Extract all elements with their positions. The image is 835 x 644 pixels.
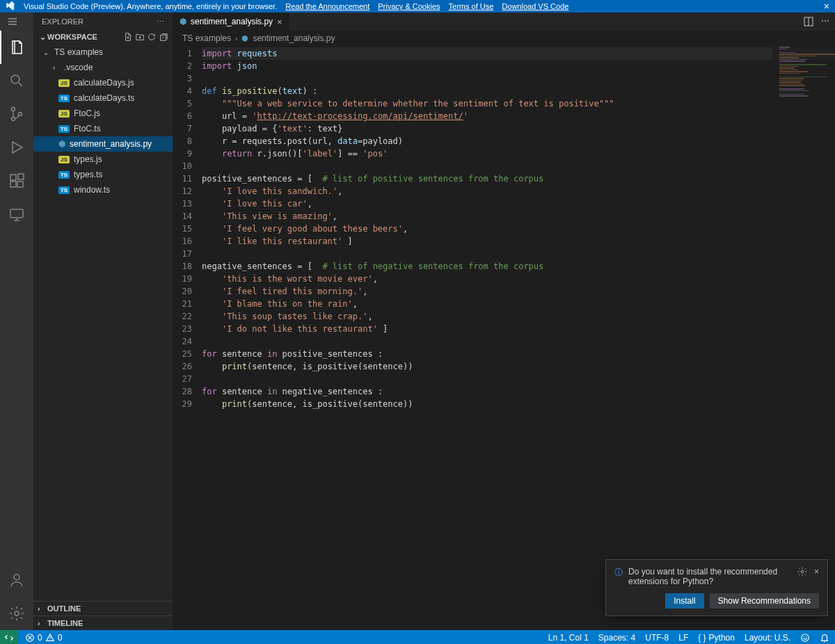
new-file-icon[interactable] <box>123 32 133 42</box>
toast-close-icon[interactable]: × <box>814 567 819 577</box>
tree-file[interactable]: JStypes.js <box>33 152 173 167</box>
activity-settings-icon[interactable] <box>0 597 33 630</box>
folder-name: .vscode <box>64 63 93 72</box>
file-name: types.js <box>74 154 102 164</box>
error-count: 0 <box>38 633 42 643</box>
editor-tab[interactable]: ⬢ sentiment_analysis.py × <box>173 13 290 31</box>
tree-folder[interactable]: ›.vscode <box>33 60 173 75</box>
file-badge-icon: TS <box>58 186 70 194</box>
tab-label: sentiment_analysis.py <box>191 17 273 26</box>
sidebar-more-icon[interactable]: ⋯ <box>157 17 164 26</box>
status-spaces[interactable]: Spaces: 4 <box>598 633 635 643</box>
chevron-right-icon: › <box>235 35 237 42</box>
collapse-all-icon[interactable] <box>159 32 168 42</box>
toast-gear-icon[interactable] <box>797 567 807 577</box>
breadcrumb-file[interactable]: sentiment_analysis.py <box>253 33 335 43</box>
chevron-right-icon: › <box>53 64 60 72</box>
file-name: window.ts <box>74 185 110 195</box>
banner-close-icon[interactable]: × <box>824 1 829 12</box>
breadcrumbs[interactable]: TS examples › ⬢ sentiment_analysis.py <box>173 31 835 46</box>
info-icon: ⓘ <box>614 567 623 579</box>
activity-debug-icon[interactable] <box>0 131 33 164</box>
file-badge-icon: TS <box>58 125 70 133</box>
banner-link-announcement[interactable]: Read the Announcement <box>285 2 369 10</box>
file-badge-icon: JS <box>58 79 70 87</box>
banner-link-privacy[interactable]: Privacy & Cookies <box>378 2 440 10</box>
status-lncol[interactable]: Ln 1, Col 1 <box>548 633 589 643</box>
code-content[interactable]: import requestsimport json def is_positi… <box>202 46 835 630</box>
warning-count: 0 <box>58 633 63 643</box>
svg-rect-6 <box>17 182 23 187</box>
activity-remote-icon[interactable] <box>0 198 33 231</box>
chevron-down-icon: ⌄ <box>43 49 50 56</box>
svg-point-1 <box>12 108 15 111</box>
tab-close-icon[interactable]: × <box>277 17 283 27</box>
breadcrumb-folder[interactable]: TS examples <box>182 33 231 43</box>
status-bar: 0 0 Ln 1, Col 1 Spaces: 4 UTF-8 LF { } P… <box>0 630 835 644</box>
file-badge-icon: JS <box>58 156 70 163</box>
activity-search-icon[interactable] <box>0 64 33 97</box>
tree-file[interactable]: JScalculateDays.js <box>33 75 173 90</box>
install-button[interactable]: Install <box>665 593 703 609</box>
status-encoding[interactable]: UTF-8 <box>645 633 669 643</box>
status-problems[interactable]: 0 0 <box>25 633 62 643</box>
tree-folder[interactable]: ⌄ TS examples <box>33 45 173 60</box>
tree-file[interactable]: TStypes.ts <box>33 167 173 182</box>
split-editor-icon[interactable] <box>803 16 814 27</box>
tree-file[interactable]: TScalculateDays.ts <box>33 90 173 106</box>
tree-file[interactable]: TSFtoC.ts <box>33 121 173 136</box>
activity-extensions-icon[interactable] <box>0 164 33 198</box>
activity-account-icon[interactable] <box>0 563 33 597</box>
timeline-section[interactable]: › TIMELINE <box>33 615 173 630</box>
file-name: calculateDays.ts <box>74 93 134 103</box>
code-body[interactable]: 1234567891011121314151617181920212223242… <box>173 46 835 630</box>
tree-file[interactable]: JSFtoC.js <box>33 106 173 121</box>
remote-indicator[interactable] <box>0 630 18 644</box>
python-file-icon: ⬢ <box>241 34 248 43</box>
svg-rect-8 <box>10 209 23 218</box>
file-tree: ⌄ TS examples ›.vscodeJScalculateDays.js… <box>33 43 173 203</box>
editor-more-icon[interactable]: ⋯ <box>821 16 829 27</box>
python-file-icon: ⬢ <box>180 17 186 26</box>
file-name: FtoC.js <box>74 108 100 118</box>
tree-file[interactable]: TSwindow.ts <box>33 182 173 198</box>
svg-point-2 <box>12 118 15 121</box>
chevron-right-icon: › <box>38 619 47 627</box>
status-feedback-icon[interactable] <box>800 633 810 643</box>
sidebar-header: EXPLORER ⋯ <box>33 13 173 31</box>
announcement-banner: Visual Studio Code (Preview). Anywhere, … <box>0 0 835 13</box>
refresh-icon[interactable] <box>147 32 157 42</box>
svg-rect-4 <box>10 175 16 180</box>
editor-area: ⬢ sentiment_analysis.py × ⋯ TS examples … <box>173 31 835 630</box>
workspace-label: WORKSPACE <box>47 33 97 41</box>
svg-point-10 <box>15 611 19 615</box>
file-badge-icon: TS <box>58 171 70 179</box>
workspace-actions <box>123 32 168 42</box>
banner-link-download[interactable]: Download VS Code <box>502 2 568 10</box>
banner-title: Visual Studio Code (Preview). Anywhere, … <box>24 2 277 10</box>
workspace-section[interactable]: ⌄ WORKSPACE <box>33 31 173 43</box>
svg-point-0 <box>11 75 19 83</box>
chevron-right-icon: › <box>38 604 47 613</box>
activity-explorer-icon[interactable] <box>0 31 33 64</box>
outline-section[interactable]: › OUTLINE <box>33 601 173 615</box>
folder-name: TS examples <box>54 47 103 57</box>
show-recommendations-button[interactable]: Show Recommendations <box>710 593 819 609</box>
banner-link-terms[interactable]: Terms of Use <box>449 2 494 10</box>
tree-file[interactable]: ⬢sentiment_analysis.py <box>33 136 173 152</box>
status-bell-icon[interactable] <box>820 633 829 643</box>
menu-icon[interactable] <box>0 16 25 27</box>
status-eol[interactable]: LF <box>678 633 688 643</box>
status-layout[interactable]: Layout: U.S. <box>745 633 790 643</box>
minimap[interactable] <box>772 46 835 630</box>
svg-rect-5 <box>10 182 16 187</box>
outline-label: OUTLINE <box>47 604 81 613</box>
activity-bar <box>0 31 33 630</box>
status-language[interactable]: { } Python <box>698 633 735 643</box>
timeline-label: TIMELINE <box>47 619 83 627</box>
activity-scm-icon[interactable] <box>0 97 33 131</box>
new-folder-icon[interactable] <box>135 32 145 42</box>
svg-point-9 <box>14 574 19 580</box>
file-badge-icon: JS <box>58 110 70 118</box>
sidebar: EXPLORER ⋯ ⌄ WORKSPACE ⌄ TS examples ›.v… <box>33 31 173 630</box>
